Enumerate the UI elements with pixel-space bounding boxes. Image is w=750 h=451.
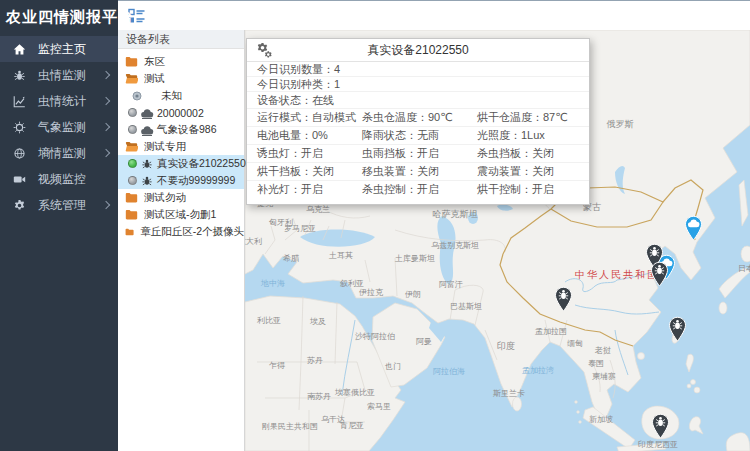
tree-device-6[interactable]: 真实设备21022550 <box>118 155 244 172</box>
popup-field: 震动装置：关闭 <box>477 163 579 180</box>
tree-node-label: 章丘阳丘区-2个摄像头 <box>140 225 244 239</box>
sidebar-item-label: 系统管理 <box>38 197 86 214</box>
tree-folder-0[interactable]: 东区 <box>118 53 244 70</box>
map-label-place: 阿曼 <box>416 336 432 347</box>
popup-field: 烘干挡板：关闭 <box>257 163 362 180</box>
map-label-place: 新加坡 <box>589 414 613 425</box>
device-info-popup: 真实设备21022550 今日识别数量：4今日识别种类：1设备状态：在线运行模式… <box>246 38 590 205</box>
insect-device-icon <box>140 175 154 187</box>
insect-device-marker[interactable] <box>554 286 573 312</box>
map-label-place: 沙特阿拉伯 <box>355 331 395 342</box>
sidebar-item-4[interactable]: 墒情监测 <box>0 140 118 166</box>
map-label-place: 肯尼亚 <box>340 420 364 431</box>
app-title: 农业四情测报平台 <box>0 0 118 36</box>
map-label-place: 刚果民主共和国 <box>262 421 318 432</box>
tree-node-label: 测试勿动 <box>144 191 186 205</box>
bug-icon <box>12 68 27 83</box>
popup-field: 电池电量：0% <box>257 127 362 144</box>
map-label-place: 泰国 <box>588 358 604 369</box>
map-label-place: 哈萨克斯坦 <box>433 208 478 221</box>
chevron-right-icon <box>102 149 110 157</box>
tree-node-label: 东区 <box>144 55 165 69</box>
map-label-place: 罗马尼亚 <box>284 223 316 234</box>
weather-station-icon <box>140 124 154 136</box>
map-label-place: 利比亚 <box>257 315 281 326</box>
tree-node-label: 测试 <box>144 72 165 86</box>
map-label-place: 印度 <box>497 340 515 353</box>
map-label-place: 孟加拉国 <box>535 326 567 337</box>
map-label-place: 埃及 <box>310 316 326 327</box>
device-list-panel: 设备列表 东区测试未知20000002气象设备986测试专用真实设备210225… <box>118 30 245 451</box>
sidebar-item-5[interactable]: 视频监控 <box>0 166 118 192</box>
chart-icon <box>12 94 27 109</box>
popup-title: 真实设备21022550 <box>367 43 468 57</box>
status-dot-gray <box>128 108 137 117</box>
map-label-place: 意大利 <box>245 236 262 247</box>
popup-header: 真实设备21022550 <box>247 39 589 62</box>
map-label-place: 土耳其 <box>329 250 353 261</box>
map-label-place: 柬埔寨 <box>592 371 616 382</box>
insect-device-marker[interactable] <box>651 413 670 439</box>
map-label-place: 乌克兰 <box>306 204 330 215</box>
sidebar-item-1[interactable]: 虫情监测 <box>0 62 118 88</box>
tree-device-4[interactable]: 气象设备986 <box>118 121 244 138</box>
tree-node-label: 真实设备21022550 <box>157 157 246 171</box>
weather-device-marker[interactable] <box>684 215 703 241</box>
tree-node-label: 气象设备986 <box>157 123 217 137</box>
insect-device-marker[interactable] <box>650 261 669 287</box>
chevron-right-icon <box>102 71 110 79</box>
map-label-place: 地中海 <box>261 278 285 289</box>
status-dot-green <box>128 159 137 168</box>
tree-node-label: 20000002 <box>157 107 204 119</box>
sidebar-item-2[interactable]: 虫情统计 <box>0 88 118 114</box>
video-icon <box>12 172 27 187</box>
insect-device-marker[interactable] <box>668 316 687 342</box>
tree-device-3[interactable]: 20000002 <box>118 104 244 121</box>
tree-folder-1[interactable]: 测试 <box>118 70 244 87</box>
sidebar-item-label: 墒情监测 <box>38 145 86 162</box>
sidebar-item-6[interactable]: 系统管理 <box>0 192 118 218</box>
chevron-right-icon <box>102 201 110 209</box>
tree-folder-10[interactable]: 章丘阳丘区-2个摄像头 <box>118 223 244 240</box>
popup-grid-row: 烘干挡板：关闭移虫装置：关闭震动装置：关闭 <box>247 163 589 181</box>
sidebar-item-label: 虫情监测 <box>38 67 86 84</box>
gear-group-icon[interactable] <box>256 42 272 58</box>
tree-node-label: 不要动99999999 <box>157 174 235 188</box>
map-label-place: 希腊 <box>283 253 299 264</box>
map-label-place: 缅甸 <box>567 338 583 349</box>
popup-field: 光照度：1Lux <box>477 127 579 144</box>
map-canvas[interactable]: 俄罗斯蒙古中华人民共和国日本捷克乌克兰匈牙利罗马尼亚意大利希腊土耳其哈萨克斯坦乌… <box>245 30 750 451</box>
map-label-place: 埃塞俄比亚 <box>335 387 375 398</box>
sidebar-item-label: 气象监测 <box>38 119 86 136</box>
folder-closed-icon <box>125 56 138 67</box>
map-label-place: 索马里 <box>367 401 391 412</box>
tree-folder-5[interactable]: 测试专用 <box>118 138 244 155</box>
tree-device-7[interactable]: 不要动99999999 <box>118 172 244 189</box>
device-list-header: 设备列表 <box>118 30 244 49</box>
sidebar-item-label: 视频监控 <box>38 171 86 188</box>
popup-field: 补光灯：开启 <box>257 181 362 198</box>
sidebar-item-3[interactable]: 气象监测 <box>0 114 118 140</box>
tree-folder-8[interactable]: 测试勿动 <box>118 189 244 206</box>
map-label-place: 乌兹别克斯坦 <box>431 240 479 251</box>
popup-stat-row: 今日识别数量：4 <box>247 62 589 77</box>
folder-closed-icon <box>125 226 134 237</box>
popup-status-row: 设备状态：在线 <box>247 92 589 109</box>
chevron-right-icon <box>102 97 110 105</box>
popup-field: 烘干仓温度：87℃ <box>477 109 579 126</box>
tree-node-unknown[interactable]: 未知 <box>118 87 244 104</box>
insect-device-icon <box>140 158 154 170</box>
popup-field: 虫雨挡板：开启 <box>362 145 477 162</box>
tree-node-label: 测试专用 <box>144 140 186 154</box>
weather-icon <box>12 120 27 135</box>
folder-closed-icon <box>125 192 138 203</box>
sidebar-item-0[interactable]: 监控主页 <box>0 36 118 62</box>
popup-stat-row: 今日识别种类：1 <box>247 77 589 92</box>
map-label-place: 孟加拉湾 <box>522 365 554 376</box>
map-label-place: 阿富汗 <box>439 279 463 290</box>
sidebar-menu: 监控主页虫情监测虫情统计气象监测墒情监测视频监控系统管理 <box>0 36 118 218</box>
tree-folder-9[interactable]: 测试区域-勿删1 <box>118 206 244 223</box>
popup-field: 移虫装置：关闭 <box>362 163 477 180</box>
map-label-place: 伊拉克 <box>359 287 383 298</box>
sidebar: 农业四情测报平台 监控主页虫情监测虫情统计气象监测墒情监测视频监控系统管理 <box>0 0 118 451</box>
